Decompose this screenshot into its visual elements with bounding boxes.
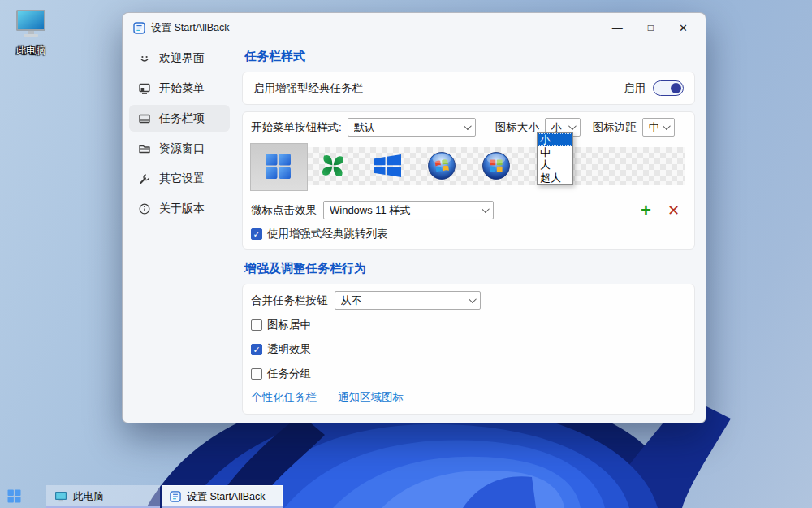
sidebar-item-label: 资源窗口 [159, 141, 205, 156]
enable-label: 启用增强型经典任务栏 [253, 81, 363, 96]
jumplist-checkbox[interactable]: ✓ [251, 228, 262, 240]
content-panel: 任务栏样式 启用增强型经典任务栏 启用 开始菜单按钮样式: 默认 图标大小 [236, 42, 706, 424]
chevron-down-icon [468, 295, 476, 303]
remove-button[interactable]: ✕ [667, 203, 680, 218]
sidebar-item-taskbar[interactable]: 任务栏项 [129, 105, 230, 132]
taskbar-button-startallback[interactable]: 设置 StartAllBack [162, 485, 283, 508]
clover-logo-icon [320, 153, 346, 179]
task-grouping-label: 任务分组 [267, 367, 311, 381]
titlebar[interactable]: 设置 StartAllBack — □ ✕ [123, 13, 706, 42]
add-button[interactable]: + [641, 202, 651, 219]
monitor-icon [54, 491, 67, 502]
jumplist-label: 使用增强式经典跳转列表 [267, 227, 388, 241]
maximize-button[interactable]: □ [648, 23, 654, 33]
dropdown-option-xlarge[interactable]: 超大 [538, 172, 572, 185]
icon-size-dropdown-list: 小 中 大 超大 [537, 132, 573, 185]
info-icon [138, 202, 151, 215]
sidebar: 欢迎界面 开始菜单 任务栏项 [123, 42, 236, 424]
app-icon [170, 491, 181, 502]
taskbar-button-this-pc[interactable]: 此电脑 [46, 485, 160, 508]
win7-orb-icon [427, 151, 456, 180]
desktop: 此电脑 设置 StartAllBack — □ ✕ [0, 0, 812, 508]
win11-logo-icon [265, 153, 292, 180]
notification-area-link[interactable]: 通知区域图标 [338, 390, 404, 405]
taskbar: 此电脑 设置 StartAllBack [0, 485, 812, 508]
sidebar-item-explorer[interactable]: 资源窗口 [129, 135, 230, 162]
chevron-down-icon [568, 122, 577, 130]
taskbar-button-label: 此电脑 [73, 490, 104, 504]
window-title: 设置 StartAllBack [151, 21, 612, 35]
dropdown-option-small[interactable]: 小 [538, 133, 572, 146]
taskbar-icon [138, 112, 151, 125]
app-icon [133, 22, 145, 34]
sidebar-item-welcome[interactable]: 欢迎界面 [129, 45, 230, 72]
wrench-icon [138, 172, 151, 185]
sidebar-item-label: 开始菜单 [159, 81, 205, 96]
dropdown-option-medium[interactable]: 中 [538, 146, 572, 159]
folder-icon [138, 142, 151, 155]
sidebar-item-label: 欢迎界面 [159, 51, 205, 66]
monitor-icon [14, 8, 48, 39]
behavior-card: 合并任务栏按钮 从不 图标居中 ✓ 透明效果 [242, 284, 695, 415]
taskbar-style-card: 开始菜单按钮样式: 默认 图标大小 小 图标边距 中 [242, 111, 695, 250]
win7-classic-orb-icon [482, 151, 511, 180]
start-button-style-strip [251, 147, 685, 185]
taskbar-button-label: 设置 StartAllBack [187, 490, 266, 504]
section-title-behavior: 增强及调整任务栏行为 [244, 261, 695, 276]
icon-margin-label: 图标边距 [593, 120, 637, 135]
start-style-select[interactable]: 默认 [348, 118, 476, 137]
toggle-knob [671, 83, 681, 93]
chevron-down-icon [663, 122, 671, 130]
enable-toggle[interactable] [653, 80, 684, 96]
close-button[interactable]: ✕ [679, 23, 688, 33]
icon-size-label: 图标大小 [495, 120, 539, 135]
windows-start-icon [7, 489, 21, 503]
dropdown-option-large[interactable]: 大 [538, 158, 572, 172]
minimize-button[interactable]: — [612, 23, 623, 33]
sidebar-item-other-settings[interactable]: 其它设置 [129, 165, 230, 192]
smiley-icon [138, 52, 151, 65]
start-button[interactable] [7, 489, 21, 506]
personalize-taskbar-link[interactable]: 个性化任务栏 [251, 390, 317, 405]
sidebar-item-label: 任务栏项 [159, 111, 205, 126]
sidebar-item-start-menu[interactable]: 开始菜单 [129, 75, 230, 102]
transparency-checkbox[interactable]: ✓ [251, 344, 262, 355]
badge-click-select[interactable]: Windows 11 样式 [323, 201, 494, 219]
start-menu-icon [138, 82, 151, 95]
desktop-icon-this-pc[interactable]: 此电脑 [5, 8, 57, 58]
badge-click-label: 微标点击效果 [251, 203, 317, 218]
center-icons-label: 图标居中 [267, 318, 311, 332]
start-style-clover[interactable] [305, 147, 360, 185]
desktop-icon-label: 此电脑 [5, 44, 57, 58]
icon-margin-select[interactable]: 中 [642, 118, 675, 137]
center-icons-checkbox[interactable] [251, 319, 262, 331]
sidebar-item-about[interactable]: 关于版本 [129, 195, 230, 222]
chevron-down-icon [482, 205, 490, 213]
combine-select[interactable]: 从不 [335, 291, 481, 310]
win10-logo-icon [374, 154, 401, 177]
start-style-win10[interactable] [360, 147, 414, 185]
start-style-win11[interactable] [251, 147, 305, 185]
task-grouping-checkbox[interactable] [251, 368, 262, 380]
start-style-label: 开始菜单按钮样式: [251, 120, 342, 135]
combine-label: 合并任务栏按钮 [251, 293, 328, 308]
toggle-label: 启用 [624, 81, 646, 96]
transparency-label: 透明效果 [267, 342, 311, 357]
start-style-win7-classic-orb[interactable] [469, 147, 523, 185]
section-title-taskbar-style: 任务栏样式 [244, 49, 695, 64]
startallback-settings-window: 设置 StartAllBack — □ ✕ 欢迎界面 [122, 12, 706, 423]
sidebar-item-label: 其它设置 [159, 172, 205, 186]
sidebar-item-label: 关于版本 [159, 202, 205, 216]
enable-taskbar-card: 启用增强型经典任务栏 启用 [242, 72, 695, 105]
start-style-win7-orb[interactable] [414, 147, 469, 185]
chevron-down-icon [464, 122, 472, 130]
